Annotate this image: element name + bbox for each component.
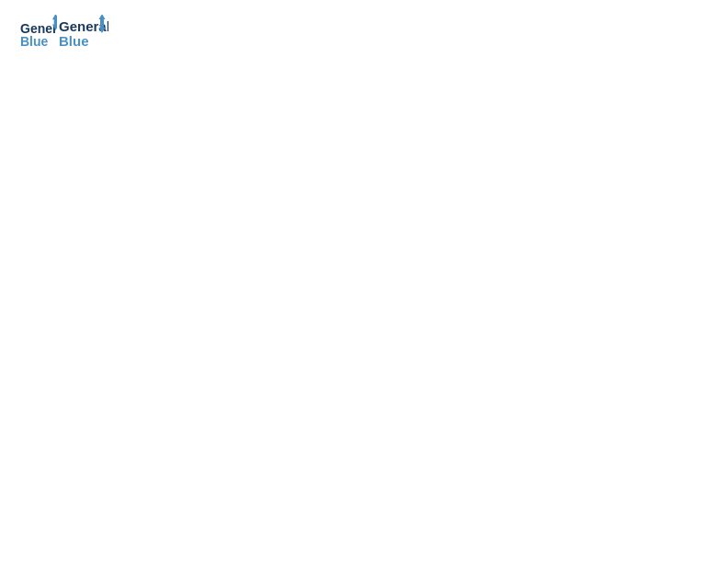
- svg-text:Blue: Blue: [59, 33, 89, 49]
- header: General Blue General Blue: [18, 15, 710, 53]
- logo-full: General Blue: [59, 15, 108, 53]
- svg-text:Blue: Blue: [20, 34, 49, 49]
- logo: General Blue General Blue: [18, 15, 108, 53]
- calendar-table: [18, 61, 710, 554]
- logo-icon: General Blue: [18, 15, 57, 53]
- page: General Blue General Blue: [0, 0, 728, 563]
